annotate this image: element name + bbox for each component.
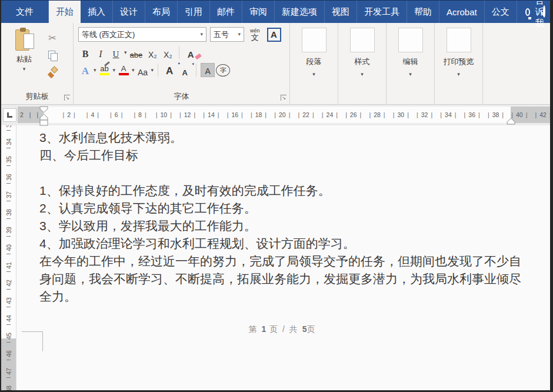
ruler-number: | 22 |: [294, 107, 318, 123]
ribbon-tab[interactable]: 帮助: [407, 1, 439, 23]
ruler-number: | 24 |: [318, 107, 341, 123]
ruler-number: | 20 |: [271, 107, 294, 123]
ruler-number: 41: [1, 253, 16, 270]
ruler-number: | 42 |: [531, 107, 553, 123]
document-text-area[interactable]: 3、水利信息化技术薄弱。 四、今后工作目标 1、保持良好的工作态度，及时有效的完…: [16, 125, 550, 305]
underline-button[interactable]: U: [109, 45, 123, 59]
ruler-number: 46: [1, 341, 16, 358]
ruler-row: 2|| | 2 | | 4 | |: [1, 105, 550, 125]
font-color-dropdown-icon[interactable]: ▾: [132, 68, 135, 73]
change-case-dropdown-icon[interactable]: ▾: [151, 68, 154, 73]
ribbon-tab[interactable]: 审阅: [242, 1, 275, 23]
ruler-number: 37: [1, 182, 16, 200]
italic-button[interactable]: I: [94, 45, 108, 59]
group-icon-box: [398, 28, 423, 52]
tab-stop-selector[interactable]: [3, 108, 16, 122]
font-dialog-launcher-icon[interactable]: ↘: [281, 95, 287, 101]
ruler-number: | 6 |: [105, 107, 128, 123]
text-effects-dropdown-icon[interactable]: ▾: [94, 68, 96, 73]
character-shading-button[interactable]: A: [201, 63, 215, 77]
ribbon-tab-bar: 文件 开始 插入 设计 布局 引用: [1, 1, 550, 23]
paragraph: [39, 164, 525, 182]
ruler-number: 43: [1, 288, 16, 305]
ruler-number: 44: [1, 305, 16, 323]
ruler-number: 45: [1, 323, 16, 341]
highlight-color-button[interactable]: ab: [98, 63, 112, 77]
superscript-button[interactable]: X2: [161, 45, 175, 59]
ribbon-tab[interactable]: 新建选项: [275, 1, 325, 23]
ribbon-tab[interactable]: 引用: [178, 1, 210, 23]
ruler-number: | 4 |: [81, 107, 104, 123]
clipboard-group-label: 剪贴板: [1, 91, 73, 102]
font-name-value: 等线 (西文正文): [82, 29, 135, 40]
font-group: 等线 (西文正文) ▾ 五号 ▾ wén 文 A B I U: [74, 23, 290, 104]
clipboard-dialog-launcher-icon[interactable]: ↘: [64, 95, 70, 101]
subscript-button[interactable]: X2: [145, 45, 159, 59]
cut-button[interactable]: ✂: [45, 31, 60, 44]
group-icon-box: [447, 28, 471, 52]
ribbon-group-button[interactable]: 段落 ▾: [290, 23, 338, 104]
search-icon[interactable]: [543, 6, 553, 18]
ruler-number: | 8 |: [128, 107, 152, 123]
clear-formatting-button[interactable]: A: [184, 45, 198, 59]
text-effects-button[interactable]: A: [78, 63, 92, 77]
ruler-number: | 32 |: [412, 107, 436, 123]
eraser-icon: [195, 54, 202, 60]
format-painter-button[interactable]: [45, 67, 60, 79]
ribbon-tab[interactable]: 公文: [485, 1, 517, 23]
grow-font-button[interactable]: A▴: [162, 63, 176, 77]
font-color-button[interactable]: A: [116, 63, 131, 77]
ribbon-group-button[interactable]: 编辑 ▾: [387, 23, 435, 104]
paste-label: 粘贴: [16, 54, 32, 65]
document-page[interactable]: 3、水利信息化技术薄弱。 四、今后工作目标 1、保持良好的工作态度，及时有效的完…: [16, 125, 550, 392]
ruler-number: | 38 |: [484, 107, 507, 123]
ribbon-group-button[interactable]: 样式 ▾: [338, 23, 387, 104]
highlight-dropdown-icon[interactable]: ▾: [113, 68, 116, 73]
ribbon-tab[interactable]: 开发工具: [357, 1, 407, 23]
ruler-number: | 14 |: [199, 107, 223, 123]
underline-dropdown-icon[interactable]: ▾: [124, 50, 127, 55]
ruler-number: 36: [1, 164, 16, 182]
ribbon-tab[interactable]: Acrobat: [439, 1, 485, 23]
ribbon-tab[interactable]: 设计: [113, 1, 145, 23]
ruler-number: 48: [1, 376, 16, 392]
paste-dropdown-icon[interactable]: ▾: [23, 67, 26, 72]
font-group-label: 字体: [74, 91, 289, 102]
word-window: 文件 开始 插入 设计 布局 引用: [0, 0, 553, 392]
text-boundary-corner-mark: [22, 331, 43, 351]
ribbon-tab[interactable]: 插入: [81, 1, 113, 23]
paste-clipboard-icon: [14, 28, 34, 52]
right-indent-marker[interactable]: [507, 118, 515, 125]
font-size-combobox[interactable]: 五号 ▾: [210, 27, 244, 42]
ribbon-tab[interactable]: 文件: [1, 1, 49, 23]
ruler-number: 42: [1, 270, 16, 288]
font-name-combobox[interactable]: 等线 (西文正文) ▾: [78, 27, 206, 42]
bold-button[interactable]: B: [78, 45, 92, 59]
paste-button[interactable]: 粘贴 ▾: [7, 28, 41, 91]
change-case-button[interactable]: Aa: [136, 63, 150, 77]
copy-icon: [48, 51, 56, 60]
lightbulb-icon: [525, 8, 530, 16]
paragraph: 四、今后工作目标: [39, 147, 525, 164]
paragraph: 4、加强政治理论学习和水利工程规划、设计方面的学习。: [39, 235, 525, 253]
chevron-down-icon: ▾: [361, 72, 364, 77]
ribbon-tab[interactable]: 邮件: [210, 1, 242, 23]
left-indent-marker[interactable]: [39, 106, 48, 127]
copy-button[interactable]: [45, 49, 60, 62]
chevron-down-icon: ▾: [409, 72, 412, 77]
ruler-number: | 12 |: [175, 107, 199, 123]
paragraph: 3、水利信息化技术薄弱。: [39, 129, 525, 147]
phonetic-guide-button[interactable]: wén 文: [250, 28, 260, 41]
ribbon-group-button[interactable]: 打印预览 ▾: [435, 23, 483, 104]
current-page-number: 1: [261, 324, 266, 334]
scissors-icon: ✂: [48, 32, 56, 44]
ribbon-tab[interactable]: 视图: [325, 1, 357, 23]
strikethrough-button[interactable]: abe: [128, 45, 145, 59]
enclose-characters-button[interactable]: 字: [216, 64, 230, 77]
ribbon-tab[interactable]: 开始: [49, 1, 81, 23]
shrink-font-button[interactable]: A▾: [178, 63, 192, 77]
ribbon-tab[interactable]: 布局: [145, 1, 178, 23]
vertical-ruler: 33 34 35 36: [1, 125, 16, 392]
ruler-number: | 34 |: [437, 107, 460, 123]
character-border-button[interactable]: A: [267, 28, 281, 42]
